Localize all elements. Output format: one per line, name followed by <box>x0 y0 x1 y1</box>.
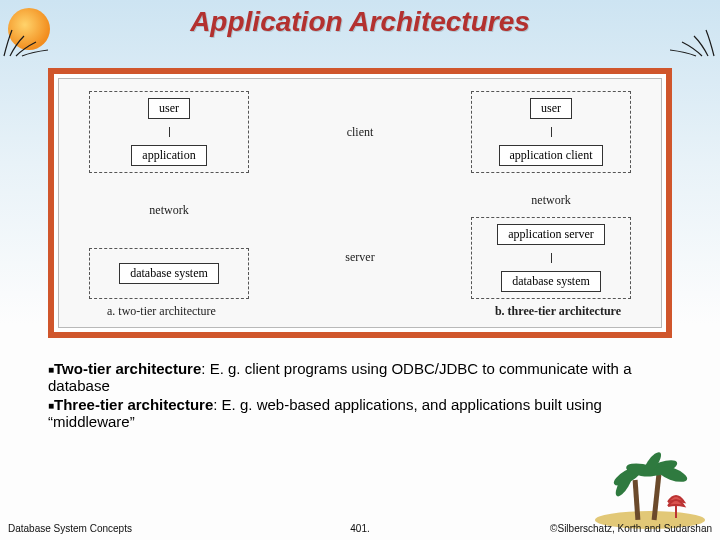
client-group-left: user application <box>89 91 249 173</box>
bullet-list: ■Two-tier architecture: E. g. client pro… <box>48 360 660 432</box>
node-app-server: application server <box>497 224 605 245</box>
node-user-left: user <box>148 98 190 119</box>
server-group-right: application server database system <box>471 217 631 299</box>
connector <box>169 216 170 250</box>
bullet-three-tier: ■Three-tier architecture: E. g. web-base… <box>48 396 660 430</box>
connector <box>551 127 552 137</box>
network-label-left: network <box>149 203 188 218</box>
connector <box>169 127 170 137</box>
footer-left: Database System Concepts <box>8 523 132 534</box>
page-title: Application Architectures <box>0 0 720 38</box>
server-group-left: database system <box>89 248 249 299</box>
caption-three-tier: b. three-tier architecture <box>495 304 621 319</box>
bullet-bold: Three-tier architecture <box>54 396 213 413</box>
node-user-right: user <box>530 98 572 119</box>
node-database-right: database system <box>501 271 601 292</box>
server-label: server <box>345 250 374 265</box>
network-label-right: network <box>531 193 570 208</box>
node-database-left: database system <box>119 263 219 284</box>
two-tier-column: user application network database system <box>89 91 249 299</box>
bullet-two-tier: ■Two-tier architecture: E. g. client pro… <box>48 360 660 394</box>
bullet-bold: Two-tier architecture <box>54 360 201 377</box>
client-group-right: user application client <box>471 91 631 173</box>
reeds-left-icon <box>2 28 52 58</box>
three-tier-column: user application client network applicat… <box>471 91 631 299</box>
connector <box>551 253 552 263</box>
node-application: application <box>131 145 206 166</box>
footer-copyright: ©Silberschatz, Korth and Sudarshan <box>550 523 712 534</box>
mid-labels: client server <box>320 91 400 299</box>
footer-page: 401. <box>350 523 369 534</box>
caption-two-tier: a. two-tier architecture <box>107 304 216 319</box>
figure-inner: user application network database system… <box>58 78 662 328</box>
architecture-figure: user application network database system… <box>48 68 672 338</box>
island-icon <box>580 440 710 530</box>
node-app-client: application client <box>499 145 604 166</box>
client-label: client <box>347 125 374 140</box>
reeds-right-icon <box>666 28 716 58</box>
